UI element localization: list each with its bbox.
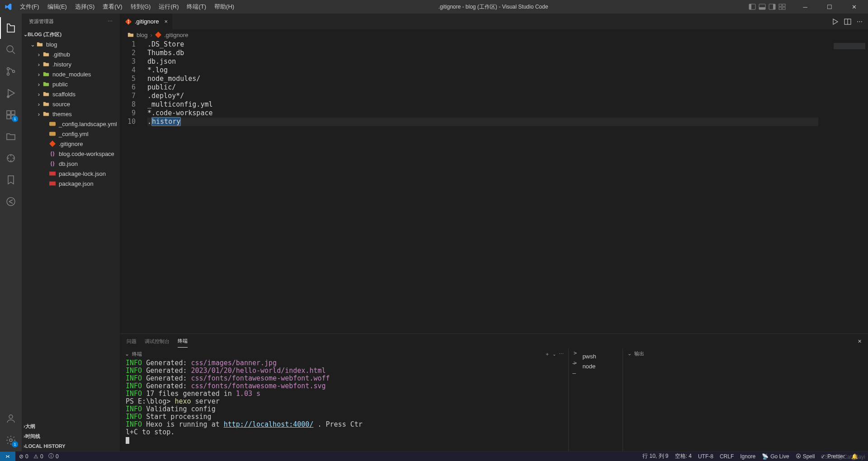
layout-customize-icon[interactable] bbox=[778, 3, 786, 10]
folder-view-icon[interactable] bbox=[0, 126, 22, 147]
accounts-icon[interactable] bbox=[0, 408, 22, 429]
output-pane: ⌄ 输出 bbox=[623, 348, 868, 451]
status-prettier[interactable]: ✓Prettier bbox=[821, 453, 845, 460]
menu-item[interactable]: 转到(G) bbox=[127, 1, 155, 13]
split-editor-icon[interactable] bbox=[844, 18, 851, 25]
line-gutter: 12345678910 bbox=[120, 40, 147, 334]
live-share-view-icon[interactable] bbox=[0, 191, 22, 212]
outline-section[interactable]: ›大纲 bbox=[22, 421, 120, 431]
layout-panel-left-icon[interactable] bbox=[749, 3, 756, 10]
minimap[interactable] bbox=[818, 40, 868, 334]
panel-tab-problems[interactable]: 问题 bbox=[127, 335, 137, 348]
status-spell[interactable]: ⦿Spell bbox=[796, 453, 815, 460]
local-history-section[interactable]: ›LOCAL HISTORY bbox=[22, 441, 120, 451]
file-item[interactable]: package-lock.json bbox=[22, 169, 120, 179]
panel-tab-debug-console[interactable]: 调试控制台 bbox=[145, 335, 170, 348]
status-language[interactable]: Ignore bbox=[740, 453, 755, 460]
minimize-button[interactable]: ─ bbox=[795, 0, 816, 14]
folder-item[interactable]: ›scaffolds bbox=[22, 89, 120, 99]
sidebar-more-icon[interactable]: ⋯ bbox=[108, 19, 113, 24]
folder-item[interactable]: ›source bbox=[22, 99, 120, 109]
bookmark-view-icon[interactable] bbox=[0, 169, 22, 191]
search-view-icon[interactable] bbox=[0, 39, 22, 61]
error-icon: ⊘ bbox=[19, 453, 24, 460]
gitlens-view-icon[interactable] bbox=[0, 147, 22, 169]
terminal-task-node[interactable]: ＞_node bbox=[572, 361, 619, 371]
chevron-down-icon[interactable]: ⌄ bbox=[627, 351, 632, 357]
folder-item[interactable]: ›themes bbox=[22, 109, 120, 119]
menu-item[interactable]: 编辑(E) bbox=[44, 1, 71, 13]
menu-item[interactable]: 查看(V) bbox=[99, 1, 126, 13]
settings-gear-icon[interactable]: 1 bbox=[0, 429, 22, 451]
svg-point-13 bbox=[7, 73, 9, 75]
activity-bar: 1 1 bbox=[0, 14, 22, 451]
file-item[interactable]: _config.yml bbox=[22, 129, 120, 139]
folder-item[interactable]: ›node_modules bbox=[22, 69, 120, 79]
file-item[interactable]: {}blog.code-workspace bbox=[22, 149, 120, 159]
menu-item[interactable]: 文件(F) bbox=[16, 1, 43, 13]
file-icon bbox=[49, 180, 56, 187]
status-notifications-icon[interactable]: 🔔 bbox=[851, 453, 858, 460]
menu-bar: 文件(F)编辑(E)选择(S)查看(V)转到(G)运行(R)终端(T)帮助(H) bbox=[16, 1, 238, 13]
run-debug-view-icon[interactable] bbox=[0, 82, 22, 104]
status-errors[interactable]: ⊘0 ⚠0 ⓘ0 bbox=[19, 452, 59, 460]
menu-item[interactable]: 帮助(H) bbox=[211, 1, 238, 13]
terminal-new-icon[interactable]: ＋ bbox=[545, 351, 550, 358]
editor-more-icon[interactable]: ⋯ bbox=[857, 18, 863, 25]
window-title: .gitignore - blog (工作区) - Visual Studio … bbox=[238, 3, 749, 11]
file-icon bbox=[49, 120, 56, 127]
svg-rect-3 bbox=[759, 7, 765, 9]
tab-label: .gitignore bbox=[135, 18, 159, 25]
terminal-body[interactable]: INFO Generated: css/images/banner.jpgINF… bbox=[120, 359, 568, 451]
sidebar-title: 资源管理器 bbox=[29, 18, 54, 25]
tab-gitignore[interactable]: .gitignore × bbox=[120, 14, 173, 29]
folder-item[interactable]: ⌄blog bbox=[22, 39, 120, 49]
remote-indicator[interactable] bbox=[0, 452, 15, 461]
file-tree[interactable]: ⌄blog›.github›.history›node_modules›publ… bbox=[22, 39, 120, 421]
run-file-icon[interactable] bbox=[831, 18, 839, 25]
timeline-section[interactable]: ›时间线 bbox=[22, 431, 120, 441]
file-item[interactable]: {}db.json bbox=[22, 159, 120, 169]
layout-panel-bottom-icon[interactable] bbox=[759, 3, 766, 10]
file-icon: {} bbox=[49, 160, 56, 167]
chevron-down-icon[interactable]: ⌄ bbox=[125, 351, 129, 357]
extensions-view-icon[interactable]: 1 bbox=[0, 104, 22, 126]
folder-item[interactable]: ›public bbox=[22, 79, 120, 89]
maximize-button[interactable]: ☐ bbox=[819, 0, 840, 14]
terminal-more-icon[interactable]: ⋯ bbox=[559, 351, 564, 357]
workspace-root[interactable]: ⌄ BLOG (工作区) bbox=[22, 29, 120, 39]
menu-item[interactable]: 选择(S) bbox=[71, 1, 98, 13]
status-go-live[interactable]: 📡Go Live bbox=[762, 453, 789, 460]
svg-rect-1 bbox=[749, 4, 751, 9]
status-eol[interactable]: CRLF bbox=[720, 453, 734, 460]
output-title: 输出 bbox=[634, 350, 644, 357]
scm-view-icon[interactable] bbox=[0, 61, 22, 82]
file-icon: {} bbox=[49, 150, 56, 157]
layout-panel-right-icon[interactable] bbox=[769, 3, 776, 10]
file-item[interactable]: _config.landscape.yml bbox=[22, 119, 120, 129]
status-indent[interactable]: 空格: 4 bbox=[675, 452, 692, 460]
tab-close-icon[interactable]: × bbox=[164, 18, 168, 25]
file-item[interactable]: .gitignore bbox=[22, 139, 120, 149]
panel-close-icon[interactable]: ✕ bbox=[858, 339, 862, 344]
folder-item[interactable]: ›.history bbox=[22, 59, 120, 69]
file-item[interactable]: package.json bbox=[22, 179, 120, 188]
terminal-icon: ＞_ bbox=[572, 359, 580, 374]
panel-tab-terminal[interactable]: 终端 bbox=[178, 335, 188, 348]
code-content[interactable]: .DS_StoreThumbs.dbdb.json*.lognode_modul… bbox=[147, 40, 868, 334]
status-encoding[interactable]: UTF-8 bbox=[698, 453, 713, 460]
code-editor[interactable]: 12345678910 .DS_StoreThumbs.dbdb.json*.l… bbox=[120, 40, 868, 334]
chevron-down-icon[interactable]: ⌄ bbox=[552, 352, 556, 357]
menu-item[interactable]: 终端(T) bbox=[183, 1, 210, 13]
svg-rect-7 bbox=[783, 4, 785, 6]
svg-line-11 bbox=[12, 51, 15, 54]
folder-item[interactable]: ›.github bbox=[22, 49, 120, 59]
breadcrumb[interactable]: blog › .gitignore bbox=[120, 29, 868, 40]
check-icon: ✓ bbox=[821, 453, 826, 460]
folder-icon bbox=[127, 32, 134, 38]
menu-item[interactable]: 运行(R) bbox=[155, 1, 182, 13]
folder-icon bbox=[42, 71, 50, 78]
close-window-button[interactable]: ✕ bbox=[844, 0, 864, 14]
status-cursor-position[interactable]: 行 10, 列 9 bbox=[642, 452, 668, 460]
explorer-view-icon[interactable] bbox=[0, 17, 22, 39]
